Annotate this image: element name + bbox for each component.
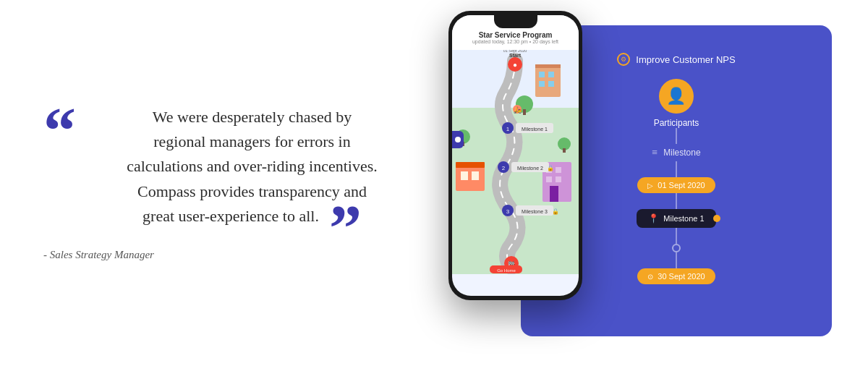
svg-rect-16 bbox=[556, 176, 561, 182]
timeline-small-circle bbox=[672, 244, 681, 252]
open-quote-mark: “ bbox=[43, 105, 76, 157]
end-date-label: 30 Sept 2020 bbox=[658, 272, 705, 281]
milestone-1-badge: 📍 Milestone 1 bbox=[637, 209, 715, 228]
phone-notch bbox=[494, 15, 537, 28]
svg-text:01 Sept 2020: 01 Sept 2020 bbox=[503, 50, 527, 53]
phone-mockup: Star Service Program updated today, 12:3… bbox=[448, 11, 582, 300]
svg-text:Milestone 2: Milestone 2 bbox=[517, 166, 543, 171]
svg-rect-8 bbox=[456, 166, 485, 191]
svg-text:●: ● bbox=[513, 61, 517, 69]
phone-map: ● 1 Milestone 1 🛵 2 bbox=[452, 50, 579, 274]
timeline-connector-1 bbox=[676, 128, 677, 144]
end-date-pill: ⊙ 30 Sept 2020 bbox=[637, 268, 715, 284]
pin-icon: 📍 bbox=[648, 213, 659, 224]
svg-text:Milestone 3: Milestone 3 bbox=[522, 209, 548, 214]
timeline-connector-3 bbox=[676, 193, 677, 209]
start-date-label: 01 Sept 2020 bbox=[658, 181, 705, 190]
nps-title: Improve Customer NPS bbox=[636, 54, 735, 65]
milestone-lines-icon: ≡ bbox=[652, 147, 658, 158]
device-section: ⚙ Improve Customer NPS 👤 Participants bbox=[448, 0, 839, 366]
svg-rect-17 bbox=[550, 186, 558, 202]
svg-rect-5 bbox=[548, 72, 554, 77]
side-menu[interactable] bbox=[452, 131, 464, 148]
participants-label: Participants bbox=[654, 118, 699, 128]
svg-rect-19 bbox=[523, 109, 526, 115]
road-svg: ● 1 Milestone 1 🛵 2 bbox=[452, 50, 579, 274]
svg-text:🔒: 🔒 bbox=[547, 164, 554, 171]
svg-rect-15 bbox=[546, 176, 552, 182]
svg-text:2: 2 bbox=[502, 165, 506, 171]
timeline-connector-5 bbox=[676, 252, 677, 268]
testimonial-section: “ We were desperately chased by regional… bbox=[29, 76, 448, 289]
clock-icon: ⊙ bbox=[647, 273, 653, 281]
milestone-section-header: ≡ Milestone bbox=[652, 147, 700, 158]
play-icon: ▷ bbox=[647, 182, 653, 190]
main-container: “ We were desperately chased by regional… bbox=[0, 0, 868, 366]
svg-rect-10 bbox=[461, 171, 468, 180]
svg-rect-3 bbox=[535, 64, 561, 68]
program-title: Star Service Program bbox=[459, 31, 571, 39]
quote-text: We were desperately chased by regional m… bbox=[85, 105, 420, 228]
milestone-header-label: Milestone bbox=[663, 148, 700, 158]
people-icon: 👤 bbox=[666, 87, 686, 106]
svg-rect-6 bbox=[539, 81, 545, 87]
svg-text:3: 3 bbox=[506, 208, 510, 215]
participants-node: 👤 Participants bbox=[654, 79, 699, 128]
svg-rect-9 bbox=[456, 162, 485, 168]
phone-screen: Star Service Program updated today, 12:3… bbox=[452, 15, 579, 296]
svg-rect-11 bbox=[472, 171, 479, 180]
svg-text:🔒: 🔒 bbox=[552, 208, 559, 215]
svg-text:🛵: 🛵 bbox=[514, 106, 522, 114]
svg-text:Milestone 1: Milestone 1 bbox=[522, 127, 548, 132]
svg-rect-4 bbox=[539, 72, 545, 77]
program-subtitle: updated today, 12:30 pm • 20 days left bbox=[459, 39, 571, 44]
participants-avatar: 👤 bbox=[659, 79, 694, 114]
attribution-text: - Sales Strategy Manager bbox=[43, 249, 420, 261]
svg-rect-2 bbox=[535, 64, 561, 97]
svg-text:Go Home: Go Home bbox=[497, 268, 516, 273]
timeline-connector-4 bbox=[676, 228, 677, 244]
svg-rect-7 bbox=[548, 81, 554, 87]
svg-text:1: 1 bbox=[506, 126, 510, 132]
svg-rect-14 bbox=[556, 167, 561, 173]
nps-icon: ⚙ bbox=[617, 53, 630, 66]
start-date-pill: ▷ 01 Sept 2020 bbox=[637, 177, 715, 193]
milestone-1-label: Milestone 1 bbox=[663, 214, 704, 223]
timeline-connector-2 bbox=[676, 161, 677, 177]
menu-icon bbox=[455, 137, 461, 142]
svg-rect-23 bbox=[563, 148, 566, 153]
milestone-indicator-dot bbox=[713, 215, 720, 222]
svg-text:Start: Start bbox=[509, 53, 522, 58]
